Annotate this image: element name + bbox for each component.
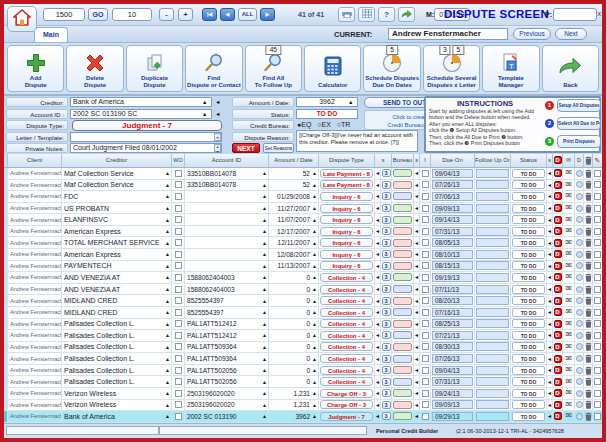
cell-status[interactable]: TO DO (511, 191, 547, 202)
cell-account-id[interactable]: 1588062404003▲ (185, 284, 269, 295)
page-size-input[interactable]: 10 (112, 8, 152, 21)
wo-checkbox[interactable] (172, 191, 185, 202)
print-checkbox[interactable] (593, 180, 602, 191)
cell-amount-date[interactable]: 0▲ (269, 319, 319, 330)
trash-icon[interactable] (584, 214, 593, 225)
record-circle-icon[interactable] (575, 284, 584, 295)
sort-triangle-icon[interactable]: ▲ (165, 379, 171, 385)
sort-triangle-icon[interactable]: ▲ (262, 298, 268, 304)
cell-follow-up[interactable] (475, 400, 511, 411)
cell-creditor[interactable]: MIDLAND CRED▲ (62, 307, 172, 318)
print-checkbox[interactable] (593, 249, 602, 260)
table-row[interactable]: Andrew Fenstermacher Palisades Collectio… (4, 365, 602, 377)
three-bureaus-button[interactable]: 3 (381, 168, 392, 179)
cell-bureau[interactable] (392, 319, 414, 330)
table-row[interactable]: Andrew Fenstermacher TOTAL MERCHANT SERV… (4, 237, 602, 249)
record-circle-icon[interactable] (575, 203, 584, 214)
table-row[interactable]: Andrew Fenstermacher AND VENEZIA AT▲ 158… (4, 272, 602, 284)
cell-bureau[interactable] (392, 330, 414, 341)
cell-dispute-type[interactable]: Collection - 4 (319, 365, 375, 376)
cell-due-on[interactable]: 08/30/13 (431, 342, 475, 353)
trash-icon[interactable] (584, 342, 593, 353)
sort-triangle-icon[interactable]: ▲ (165, 298, 171, 304)
record-circle-icon[interactable] (575, 214, 584, 225)
cell-amount-date[interactable]: 11/13/2007▲ (269, 261, 319, 272)
cell-due-on[interactable]: 08/25/13 (431, 319, 475, 330)
cell-account-id[interactable]: 2002 SC 013190▲ (185, 411, 269, 422)
row-checkbox[interactable] (420, 261, 431, 272)
envelope-icon[interactable]: ✉ (563, 261, 575, 272)
sort-triangle-icon[interactable]: ▲ (165, 309, 171, 315)
cell-status[interactable]: TO DO (511, 388, 547, 399)
three-bureaus-button[interactable]: 3 (381, 342, 392, 353)
nav-first-button[interactable]: |◀ (202, 8, 217, 21)
cell-bureau[interactable] (392, 180, 414, 191)
dispute-flag-icon[interactable]: D (553, 191, 563, 202)
cell-account-id[interactable]: ▲ (185, 249, 269, 260)
cell-dispute-type[interactable]: Collection - 4 (319, 272, 375, 283)
cell-creditor[interactable]: TOTAL MERCHANT SERVICE▲ (62, 237, 172, 248)
cell-amount-date[interactable]: 0▲ (269, 295, 319, 306)
cell-creditor[interactable]: Palisades Collection L.▲ (62, 319, 172, 330)
credit-bureau-radios[interactable]: ●EQ ○EX ○TR (297, 121, 350, 128)
print-checkbox[interactable] (593, 226, 602, 237)
cell-dispute-type[interactable]: Inquiry - 6 (319, 226, 375, 237)
cell-follow-up[interactable] (475, 214, 511, 225)
row-checkbox[interactable] (420, 353, 431, 364)
cell-follow-up[interactable] (475, 284, 511, 295)
cell-amount-date[interactable]: 11/27/2007▲ (269, 203, 319, 214)
cell-due-on[interactable]: 09/09/13 (431, 400, 475, 411)
cell-due-on[interactable]: 08/05/13 (431, 237, 475, 248)
close-icon[interactable]: x (598, 10, 602, 17)
cell-dispute-type[interactable]: Inquiry - 6 (319, 249, 375, 260)
header-bureau[interactable]: Bureau (392, 154, 414, 167)
expand-left-icon[interactable]: ◄ (215, 99, 220, 105)
envelope-icon[interactable]: ✉ (563, 191, 575, 202)
dispute-type-field[interactable]: Judgment - 7 (72, 120, 222, 131)
table-row[interactable]: Andrew Fenstermacher Palisades Collectio… (4, 330, 602, 342)
record-circle-icon[interactable] (575, 376, 584, 387)
trash-icon[interactable] (584, 295, 593, 306)
three-bureaus-button[interactable]: 3 (381, 214, 392, 225)
row-checkbox[interactable] (420, 376, 431, 387)
cell-account-id[interactable]: 2503196020020▲ (185, 400, 269, 411)
sort-triangle-icon[interactable]: ▲ (165, 193, 171, 199)
account-id-field[interactable]: 2002 SC 013190 SC (70, 109, 212, 119)
select-all-due-button[interactable]: Select All Due to Print (557, 117, 601, 130)
help-button[interactable]: ? (378, 7, 395, 22)
table-row[interactable]: Andrew Fenstermacher PAYMENTECH▲ ▲ 11/13… (4, 261, 602, 273)
wo-checkbox[interactable] (172, 284, 185, 295)
nav-previous-button[interactable]: ◀ (220, 8, 235, 21)
cell-dispute-type[interactable]: Late Payment - 8 (319, 168, 375, 179)
trash-icon[interactable] (584, 203, 593, 214)
cell-bureau[interactable] (392, 411, 414, 422)
record-circle-icon[interactable] (575, 319, 584, 330)
row-checkbox[interactable] (420, 295, 431, 306)
cell-account-id[interactable]: ▲ (185, 226, 269, 237)
cell-follow-up[interactable] (475, 249, 511, 260)
sort-triangle-icon[interactable]: ▲ (165, 217, 171, 223)
cell-amount-date[interactable]: 01/29/2008▲ (269, 191, 319, 202)
sort-triangle-icon[interactable]: ▲ (165, 367, 171, 373)
sort-triangle-icon[interactable]: ▲ (312, 286, 318, 292)
dispute-flag-icon[interactable]: D (553, 237, 563, 248)
wo-checkbox[interactable] (172, 272, 185, 283)
envelope-icon[interactable]: ✉ (563, 365, 575, 376)
envelope-icon[interactable]: ✉ (563, 411, 575, 422)
dispute-flag-icon[interactable]: D (553, 203, 563, 214)
cell-follow-up[interactable] (475, 307, 511, 318)
cell-creditor[interactable]: ELANFINSVC▲ (62, 214, 172, 225)
cell-creditor[interactable]: MIDLAND CRED▲ (62, 295, 172, 306)
sort-triangle-icon[interactable]: ▲ (262, 205, 268, 211)
cell-dispute-type[interactable]: Collection - 4 (319, 295, 375, 306)
trash-icon[interactable] (584, 353, 593, 364)
sort-triangle-icon[interactable]: ▲ (165, 240, 171, 246)
cell-creditor[interactable]: Maf Collection Service▲ (62, 180, 172, 191)
cell-status[interactable]: TO DO (511, 214, 547, 225)
trash-icon[interactable] (584, 307, 593, 318)
cell-bureau[interactable] (392, 272, 414, 283)
print-checkbox[interactable] (593, 353, 602, 364)
cell-amount-date[interactable]: 0▲ (269, 342, 319, 353)
sort-triangle-icon[interactable]: ▲ (262, 240, 268, 246)
cell-amount-date[interactable]: 12/17/2007▲ (269, 226, 319, 237)
